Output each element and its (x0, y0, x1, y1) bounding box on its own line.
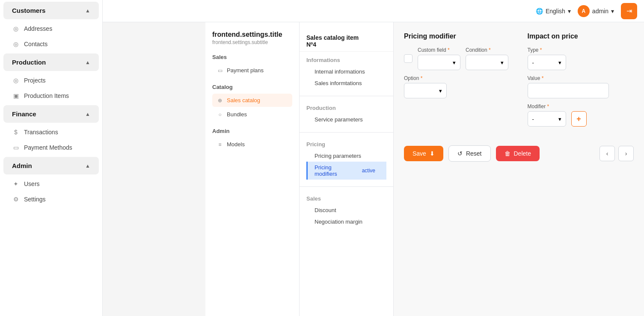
chevron-up-icon: ▲ (85, 111, 90, 117)
sidebar-item-payment-methods[interactable]: ▭ Payment Methods (0, 140, 102, 155)
field-group-type: Type * - ▾ (528, 47, 566, 70)
sidebar-section-production[interactable]: Production ▲ (3, 53, 99, 71)
catalog-icon: ⊕ (217, 97, 223, 103)
chevron-down-icon: ▾ (501, 59, 504, 66)
settings-icon: ⚙ (12, 196, 20, 203)
pricing-modifier-title: Pricing modifier (404, 32, 510, 40)
select-option[interactable]: ▾ (404, 83, 447, 98)
download-icon: ⬇ (430, 150, 435, 157)
chevron-down-icon: ▾ (453, 59, 456, 66)
chevron-down-icon: ▾ (568, 8, 571, 15)
globe-icon: 🌐 (536, 8, 543, 15)
required-indicator: * (547, 103, 549, 109)
avatar: A (578, 5, 590, 17)
pricing-modifier-fields: Custom field * ▾ Condition * (404, 47, 510, 98)
pricing-modifier-block: Pricing modifier Custom field * ▾ (404, 32, 510, 135)
prev-button[interactable]: ‹ (599, 146, 615, 161)
topnav: 🌐 English ▾ A admin ▾ ⇥ (103, 0, 644, 22)
payment-plans-icon: ▭ (217, 68, 223, 74)
add-row-button[interactable]: + (571, 111, 587, 127)
next-button[interactable]: › (618, 146, 634, 161)
settings-nav-models[interactable]: ≡ Models (212, 138, 292, 151)
tab-section-production: Production Service parameters (300, 101, 393, 127)
select-condition[interactable]: ▾ (466, 55, 508, 70)
tab-section-pricing: Pricing Pricing parameters Pricing modif… (300, 138, 393, 181)
pricing-sections: Pricing modifier Custom field * ▾ (404, 32, 634, 135)
trash-icon: 🗑 (505, 150, 510, 157)
chevron-down-icon: ▾ (611, 8, 614, 15)
sidebar-item-addresses[interactable]: ◎ Addresses (0, 21, 102, 36)
chevron-down-icon: ▾ (439, 88, 442, 94)
field-group-condition: Condition * ▾ (466, 47, 508, 70)
label-modifier: Modifier * (528, 103, 566, 109)
delete-button[interactable]: 🗑 Delete (496, 146, 540, 161)
sidebar-section-finance[interactable]: Finance ▲ (3, 105, 99, 123)
chevron-down-icon: ▾ (558, 59, 561, 66)
chevron-down-icon: ▾ (558, 116, 561, 122)
catalog-item-header: Sales catalog itemNº4 (300, 29, 393, 52)
sidebar-item-production-items[interactable]: ▣ Production Items (0, 88, 102, 103)
label-condition: Condition * (466, 47, 508, 53)
tab-section-informations: Informations Internal informations Sales… (300, 53, 393, 91)
tab-sales-informations[interactable]: Sales informtations (306, 77, 386, 89)
sidebar-item-projects[interactable]: ◎ Projects (0, 73, 102, 88)
settings-panel: frontend.settings.title frontend.setting… (205, 22, 300, 316)
chevron-up-icon: ▲ (85, 8, 90, 14)
settings-subtitle: frontend.settings.subtitle (212, 39, 292, 45)
chevron-up-icon: ▲ (85, 163, 90, 169)
right-content: Pricing modifier Custom field * ▾ (394, 22, 644, 316)
settings-section-catalog: Catalog (212, 84, 292, 90)
chevron-up-icon: ▲ (85, 59, 90, 65)
field-group-value: Value * (528, 75, 609, 98)
input-value[interactable] (528, 83, 609, 98)
impact-on-price-title: Impact on price (528, 32, 634, 40)
select-type[interactable]: - ▾ (528, 55, 566, 70)
required-indicator: * (421, 75, 423, 81)
bundles-icon: ○ (217, 112, 223, 118)
select-modifier[interactable]: - ▾ (528, 111, 566, 127)
label-custom-field: Custom field * (418, 47, 460, 53)
add-row-group: + (571, 103, 587, 127)
field-group-custom-field: Custom field * ▾ (418, 47, 460, 70)
settings-nav-payment-plans[interactable]: ▭ Payment plans (212, 64, 292, 77)
tab-section-title-production: Production (306, 105, 386, 111)
required-indicator: * (542, 75, 544, 81)
sidebar-item-users[interactable]: ✦ Users (0, 176, 102, 192)
tab-pricing-modifiers[interactable]: Pricing modifiers active (306, 162, 386, 180)
sidebar-section-customers[interactable]: Customers ▲ (3, 2, 99, 19)
action-buttons: Save ⬇ ↺ Reset 🗑 Delete ‹ › (404, 145, 634, 162)
impact-on-price-block: Impact on price Type * - ▾ (528, 32, 634, 135)
save-button[interactable]: Save ⬇ (404, 146, 443, 161)
admin-dropdown[interactable]: A admin ▾ (578, 5, 614, 17)
tab-discount[interactable]: Discount (306, 204, 386, 216)
tab-negociation-margin[interactable]: Negociation margin (306, 216, 386, 227)
sidebar: Customers ▲ ◎ Addresses ◎ Contacts Produ… (0, 0, 103, 316)
sidebar-item-settings[interactable]: ⚙ Settings (0, 192, 102, 207)
settings-nav-sales-catalog[interactable]: ⊕ Sales catalog (212, 94, 292, 107)
logout-icon: ⇥ (626, 7, 632, 15)
select-custom-field[interactable]: ▾ (418, 55, 460, 70)
active-tab-badge: active (358, 166, 380, 175)
reset-button[interactable]: ↺ Reset (448, 145, 491, 162)
payment-icon: ▭ (12, 144, 20, 151)
sidebar-section-admin[interactable]: Admin ▲ (3, 157, 99, 174)
required-indicator: * (540, 47, 542, 53)
settings-title: frontend.settings.title (212, 31, 292, 38)
sidebar-item-contacts[interactable]: ◎ Contacts (0, 36, 102, 52)
row-checkbox[interactable] (404, 54, 413, 63)
tab-service-parameters[interactable]: Service parameters (306, 114, 386, 125)
main-content: frontend.settings.title frontend.setting… (205, 22, 644, 316)
tab-section-title-sales: Sales (306, 195, 386, 202)
logout-button[interactable]: ⇥ (621, 3, 637, 19)
refresh-icon: ↺ (457, 150, 463, 157)
tab-internal-informations[interactable]: Internal informations (306, 66, 386, 77)
users-icon: ✦ (12, 180, 20, 187)
required-indicator: * (448, 47, 450, 53)
transaction-icon: $ (12, 129, 20, 136)
sidebar-item-transactions[interactable]: $ Transactions (0, 124, 102, 140)
tab-pricing-parameters[interactable]: Pricing parameters (306, 150, 386, 162)
label-type: Type * (528, 47, 566, 53)
field-group-modifier: Modifier * - ▾ (528, 103, 566, 127)
language-selector[interactable]: 🌐 English ▾ (536, 8, 571, 15)
settings-nav-bundles[interactable]: ○ Bundles (212, 108, 292, 121)
